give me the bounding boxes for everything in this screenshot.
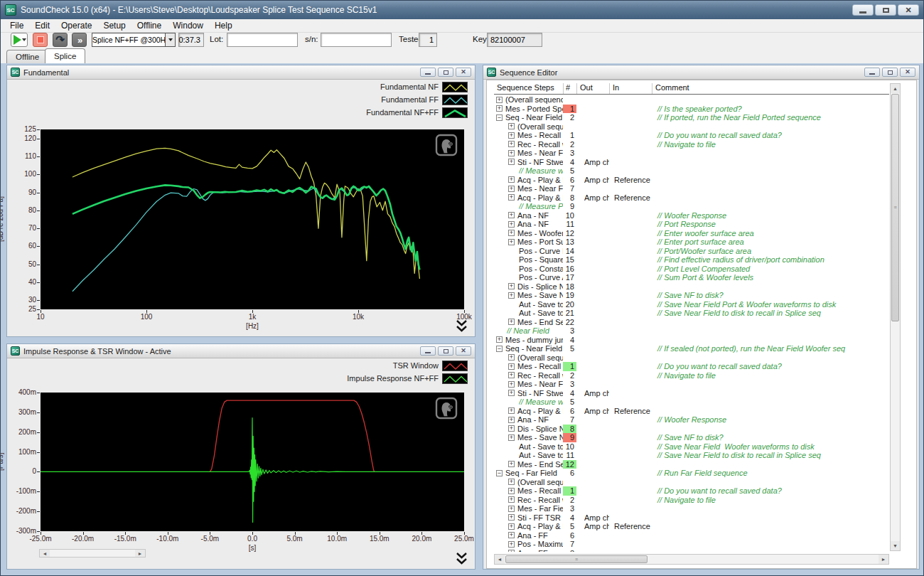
column-header-in[interactable]: In xyxy=(609,83,652,94)
expand-icon[interactable]: + xyxy=(508,176,515,183)
column-header-num[interactable]: # xyxy=(563,83,576,94)
stop-button[interactable] xyxy=(33,33,48,47)
sequence-step-row[interactable]: −Seq - Near Field Porte2// If ported, ru… xyxy=(494,113,889,122)
expand-icon[interactable]: + xyxy=(508,354,515,361)
collapse-icon[interactable]: − xyxy=(496,470,503,476)
sequence-step-row[interactable]: +Ana - NF7// Woofer Response xyxy=(494,415,889,425)
expand-icon[interactable]: + xyxy=(508,141,515,147)
collapse-icon[interactable]: − xyxy=(496,114,503,121)
expand-icon[interactable]: + xyxy=(508,425,515,432)
run-sequence-button[interactable] xyxy=(11,33,28,47)
sequence-h-scrollbar[interactable]: ◄ ≡ ► xyxy=(494,554,889,565)
panel-maximize-button[interactable] xyxy=(882,68,898,77)
expand-chevrons-button[interactable] xyxy=(456,552,468,569)
sequence-step-row[interactable]: +(Overall sequence) xyxy=(494,95,889,105)
sequence-step-row[interactable]: +Rec - Recall wavef2// Navigate to file xyxy=(494,140,889,149)
sequence-step-row[interactable]: +Acq - Play & Reco6Amp ch 1Reference Mic xyxy=(494,176,889,185)
expand-chevrons-button[interactable] xyxy=(456,319,468,336)
sequence-step-row[interactable]: +Mes - Near Field P7 xyxy=(494,184,889,193)
expand-icon[interactable]: + xyxy=(508,550,515,552)
sequence-step-row[interactable]: +Mes - Save NF Por19// Save NF to disk? xyxy=(494,291,889,300)
expand-icon[interactable]: + xyxy=(508,212,515,218)
sequence-step-row[interactable]: +(Overall sequence) xyxy=(494,122,889,132)
sequence-step-row[interactable]: +Mes - Save NF Wo9// Save NF to disk? xyxy=(494,433,889,442)
sequence-step-row[interactable]: Pos - Square Root15// Find effective rad… xyxy=(494,255,889,265)
sequence-step-row[interactable]: +Mes - Ported Speaker1// Is the speaker … xyxy=(494,105,889,114)
sequence-step-row[interactable]: Aut - Save to Wfm20// Save Near Field Po… xyxy=(494,300,889,309)
expand-icon[interactable]: + xyxy=(508,390,515,396)
column-header-out[interactable]: Out xyxy=(576,83,609,94)
expand-icon[interactable]: + xyxy=(508,434,515,441)
sequence-step-row[interactable]: +Acq - Play & Reco6Amp ch 1Reference Mic xyxy=(494,407,889,416)
sequence-step-row[interactable]: −Seq - Near Field Woo5// If sealed (not … xyxy=(494,344,889,353)
panel-minimize-button[interactable] xyxy=(420,68,436,77)
expand-icon[interactable]: + xyxy=(508,541,515,548)
menu-item-offline[interactable]: Offline xyxy=(131,20,167,31)
menu-item-edit[interactable]: Edit xyxy=(29,20,55,31)
expand-icon[interactable]: + xyxy=(508,506,515,512)
window-maximize-button[interactable] xyxy=(875,4,896,16)
scrollbar-thumb[interactable]: ≡ xyxy=(505,555,648,563)
panel-close-button[interactable]: ✕ xyxy=(456,68,471,77)
sequence-step-row[interactable]: +Sti - NF Stweep4Amp ch 1 xyxy=(494,158,889,167)
impulse-h-scrollbar[interactable]: ◄ ► xyxy=(39,549,146,558)
expand-icon[interactable]: + xyxy=(508,319,515,325)
expand-icon[interactable]: + xyxy=(508,159,515,165)
scroll-right-icon[interactable]: ► xyxy=(879,555,888,564)
sequence-step-row[interactable]: +Dis - Splice NFP18 xyxy=(494,282,889,292)
sequence-step-row[interactable]: // Measure Port9 xyxy=(494,202,889,211)
sequence-step-row[interactable]: +Mes - Near Field W3 xyxy=(494,380,889,389)
panel-maximize-button[interactable] xyxy=(438,68,453,77)
expand-icon[interactable]: + xyxy=(508,523,515,530)
sequence-step-row[interactable]: +Ana - NF10// Woofer Response xyxy=(494,211,889,220)
rerun-button[interactable]: ↷ xyxy=(53,33,68,47)
sequence-step-row[interactable]: // Near Field3 xyxy=(494,326,889,336)
sequence-step-row[interactable]: +Ana - NF11// Port Response xyxy=(494,220,889,229)
expand-icon[interactable]: + xyxy=(508,532,515,538)
sequence-step-row[interactable]: Pos - Curve Divisic14// Port/Woofer surf… xyxy=(494,247,889,256)
menu-item-window[interactable]: Window xyxy=(167,20,209,31)
sequence-step-row[interactable]: Pos - Constant Mu16// Port Level Compens… xyxy=(494,265,889,274)
expand-icon[interactable]: + xyxy=(508,363,515,370)
expand-icon[interactable]: + xyxy=(496,105,503,112)
sequence-step-row[interactable]: +Mes - dummy jump4 xyxy=(494,336,889,345)
sn-input[interactable] xyxy=(321,33,392,47)
expand-icon[interactable]: + xyxy=(508,461,515,467)
sequence-step-row[interactable]: +Pos - Maximum7 xyxy=(494,540,889,549)
expand-icon[interactable]: + xyxy=(496,97,503,103)
expand-icon[interactable]: + xyxy=(508,488,515,494)
sequence-step-row[interactable]: −Seq - Far Field6// Run Far Field sequen… xyxy=(494,469,889,478)
sequence-selector[interactable]: Splice NF+FF @300Hz-SC15v1 xyxy=(92,33,176,47)
panel-close-button[interactable]: ✕ xyxy=(900,68,915,77)
sequence-step-row[interactable]: +Sti - FF TSR4Amp ch 1 xyxy=(494,513,889,523)
expand-icon[interactable]: + xyxy=(508,496,515,503)
expand-icon[interactable]: + xyxy=(496,336,503,343)
panel-maximize-button[interactable] xyxy=(438,346,453,356)
sequence-v-scrollbar[interactable]: ▲ ≡ ▼ xyxy=(890,83,901,551)
sequence-step-row[interactable]: +Mes - Recall FF da1// Do you want to re… xyxy=(494,486,889,496)
scroll-left-icon[interactable]: ◄ xyxy=(40,550,50,557)
expand-icon[interactable]: + xyxy=(508,514,515,521)
column-header-comment[interactable]: Comment xyxy=(652,83,889,94)
column-header-steps[interactable]: Sequence Steps xyxy=(494,83,563,94)
window-close-button[interactable]: ✕ xyxy=(898,4,919,16)
sequence-step-row[interactable]: +Sti - NF Stweep4Amp ch 1 xyxy=(494,389,889,398)
panel-minimize-button[interactable] xyxy=(420,346,436,356)
panel-minimize-button[interactable] xyxy=(864,68,880,77)
scroll-left-icon[interactable]: ◄ xyxy=(495,555,505,564)
menu-item-setup[interactable]: Setup xyxy=(97,20,131,31)
sequence-step-row[interactable]: +Mes - End Seq22 xyxy=(494,318,889,327)
sequence-step-row[interactable]: +Mes - Near Field W3 xyxy=(494,149,889,158)
scroll-right-icon[interactable]: ► xyxy=(135,550,145,557)
sequence-step-row[interactable]: +Rec - Recall wavef2// Navigate to file xyxy=(494,371,889,380)
expand-icon[interactable]: + xyxy=(508,239,515,245)
fast-forward-button[interactable]: » xyxy=(72,33,87,47)
sequence-step-row[interactable]: +(Overall sequence) xyxy=(494,353,889,363)
expand-icon[interactable]: + xyxy=(508,479,515,485)
expand-icon[interactable]: + xyxy=(508,372,515,378)
sequence-step-row[interactable]: // Measure woofer5 xyxy=(494,166,889,176)
expand-icon[interactable]: + xyxy=(508,186,515,192)
expand-icon[interactable]: + xyxy=(508,407,515,414)
impulse-chart[interactable]: 400m300m200m100m0-100m-200m-300m-25.0m-2… xyxy=(7,358,475,569)
sequence-step-row[interactable]: +Rec - Recall wavef2// Navigate to file xyxy=(494,496,889,505)
